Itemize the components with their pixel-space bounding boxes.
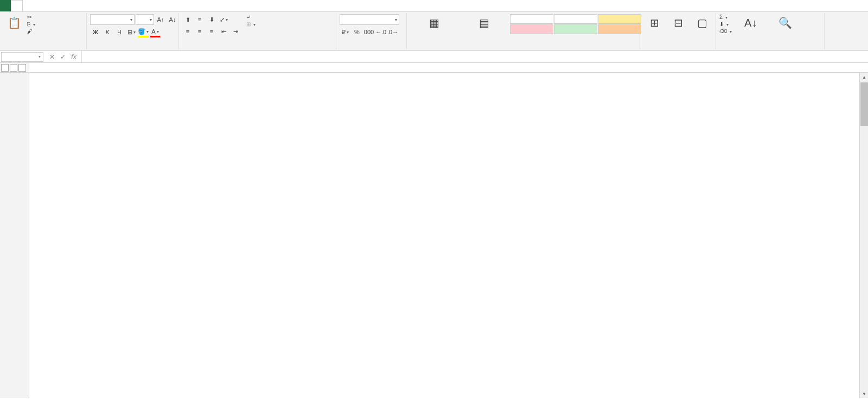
align-middle-button[interactable]: ≡	[194, 14, 205, 25]
tab-formulas[interactable]	[55, 0, 66, 11]
name-box[interactable]: ▾	[1, 52, 43, 62]
cut-button[interactable]: ✂	[27, 14, 35, 20]
merge-button[interactable]: ⊞	[246, 21, 256, 27]
orientation-button[interactable]: ⤢	[218, 14, 229, 25]
increase-decimal-button[interactable]: ←.0	[375, 27, 386, 37]
insert-cells-button[interactable]: ⊞	[643, 14, 665, 32]
tab-file[interactable]	[0, 0, 11, 11]
accept-formula-button[interactable]: ✓	[58, 53, 68, 61]
conditional-format-icon: ▦	[425, 14, 443, 31]
style-neutral[interactable]	[598, 14, 641, 24]
wrap-text-button[interactable]: ⤶	[246, 14, 256, 20]
group-label-styles	[410, 41, 636, 48]
formula-bar: ▾ ✕ ✓ fx	[0, 51, 868, 63]
percent-button[interactable]: %	[352, 27, 362, 37]
delete-cells-button[interactable]: ⊟	[667, 14, 689, 32]
tab-developer[interactable]	[23, 0, 34, 11]
style-bad[interactable]	[510, 24, 553, 34]
style-good[interactable]	[554, 24, 597, 34]
align-right-button[interactable]: ≡	[206, 26, 217, 37]
underline-button[interactable]: Ч	[114, 27, 125, 37]
increase-indent-button[interactable]: ⇥	[230, 26, 241, 37]
decrease-font-button[interactable]: A↓	[167, 14, 178, 25]
font-name-select[interactable]	[90, 14, 135, 25]
tab-home[interactable]	[11, 0, 23, 11]
vertical-scrollbar[interactable]: ▲ ▼	[859, 73, 868, 398]
fx-button[interactable]: fx	[68, 53, 79, 61]
autosum-button[interactable]: Σ	[719, 14, 732, 20]
style-hide[interactable]	[510, 14, 553, 24]
align-bottom-button[interactable]: ⬇	[206, 14, 217, 25]
sort-filter-button[interactable]: A↓	[734, 14, 768, 32]
outline-gutter	[0, 73, 29, 398]
increase-font-button[interactable]: A↑	[155, 14, 166, 25]
fill-color-button[interactable]: 🪣	[138, 27, 149, 37]
copy-button[interactable]: ⎘	[27, 21, 35, 27]
scroll-up-arrow[interactable]: ▲	[860, 73, 868, 81]
group-label-number	[340, 41, 403, 48]
group-label-font	[90, 41, 175, 48]
bold-button[interactable]: Ж	[90, 27, 101, 37]
login-link[interactable]	[859, 0, 868, 11]
format-cells-button[interactable]: ▢	[691, 14, 713, 32]
fill-button[interactable]: ⬇	[719, 21, 732, 27]
outline-level-3[interactable]	[18, 64, 26, 72]
align-center-button[interactable]: ≡	[194, 26, 205, 37]
scroll-down-arrow[interactable]: ▼	[860, 389, 868, 398]
cancel-formula-button[interactable]: ✕	[47, 53, 58, 61]
tab-data[interactable]	[66, 0, 77, 11]
ribbon: 📋 ✂ ⎘ 🖌 A↑ A↓ Ж К Ч ⊞	[0, 12, 868, 51]
group-label-editing	[719, 41, 821, 48]
find-select-button[interactable]: 🔍	[770, 14, 801, 32]
find-icon: 🔍	[777, 14, 794, 31]
cell-styles-gallery[interactable]	[510, 14, 641, 34]
decrease-decimal-button[interactable]: .0→	[387, 27, 398, 37]
outline-level-1[interactable]	[1, 64, 9, 72]
paste-icon: 📋	[5, 14, 23, 31]
spreadsheet-grid[interactable]	[29, 73, 868, 398]
group-label-align	[182, 41, 333, 48]
conditional-format-button[interactable]: ▦	[410, 14, 458, 32]
align-left-button[interactable]: ≡	[182, 26, 193, 37]
font-size-select[interactable]	[136, 14, 154, 25]
decrease-indent-button[interactable]: ⇤	[218, 26, 229, 37]
delete-icon: ⊟	[669, 14, 687, 31]
font-color-button[interactable]: A	[150, 27, 161, 37]
tab-pagelayout[interactable]	[44, 0, 55, 11]
style-normal[interactable]	[554, 14, 597, 24]
tab-view[interactable]	[88, 0, 99, 11]
format-table-icon: ▤	[475, 14, 493, 31]
group-label-cells	[643, 41, 712, 48]
align-top-button[interactable]: ⬆	[182, 14, 193, 25]
paste-button[interactable]: 📋	[3, 14, 25, 32]
number-format-select[interactable]	[340, 14, 399, 25]
scroll-thumb[interactable]	[860, 82, 868, 126]
tab-insert[interactable]	[34, 0, 44, 11]
format-as-table-button[interactable]: ▤	[460, 14, 508, 32]
currency-button[interactable]: ₽	[340, 27, 350, 37]
border-button[interactable]: ⊞	[126, 27, 137, 37]
menu-bar	[0, 0, 868, 12]
outline-level-2[interactable]	[10, 64, 17, 72]
italic-button[interactable]: К	[102, 27, 113, 37]
group-label-clipboard	[3, 41, 83, 48]
format-painter-button[interactable]: 🖌	[27, 28, 35, 34]
clear-button[interactable]: ⌫	[719, 28, 732, 34]
sort-icon: A↓	[742, 14, 760, 31]
formula-input[interactable]	[82, 56, 868, 57]
tab-review[interactable]	[77, 0, 88, 11]
format-icon: ▢	[693, 14, 711, 31]
insert-icon: ⊞	[646, 14, 663, 31]
style-input[interactable]	[598, 24, 641, 34]
comma-button[interactable]: 000	[363, 27, 374, 37]
